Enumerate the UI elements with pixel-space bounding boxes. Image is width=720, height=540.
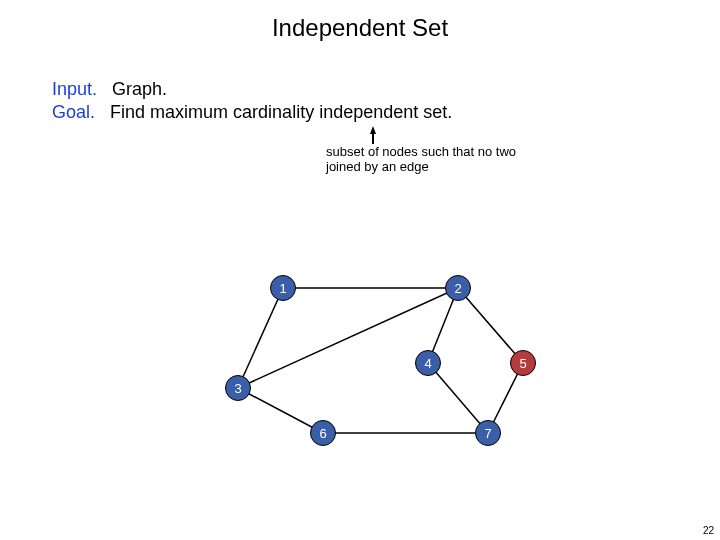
graph-node-7: 7 <box>475 420 501 446</box>
graph-edge <box>238 388 323 433</box>
page-number: 22 <box>703 525 714 536</box>
graph-node-6: 6 <box>310 420 336 446</box>
graph-diagram: 1234567 <box>180 245 580 475</box>
goal-text: Find maximum cardinality independent set… <box>110 102 452 122</box>
annotation-line2: joined by an edge <box>326 160 516 175</box>
input-text: Graph. <box>112 79 167 99</box>
arrow-shaft <box>372 134 374 144</box>
input-label: Input. <box>52 79 97 99</box>
graph-node-2: 2 <box>445 275 471 301</box>
graph-node-1: 1 <box>270 275 296 301</box>
goal-label: Goal. <box>52 102 95 122</box>
annotation-text: subset of nodes such that no two joined … <box>326 145 516 175</box>
slide-title: Independent Set <box>0 14 720 42</box>
graph-node-3: 3 <box>225 375 251 401</box>
problem-statement: Input. Graph. Goal. Find maximum cardina… <box>52 78 452 123</box>
annotation-line1: subset of nodes such that no two <box>326 145 516 160</box>
graph-node-4: 4 <box>415 350 441 376</box>
graph-edge <box>458 288 523 363</box>
graph-node-5: 5 <box>510 350 536 376</box>
arrow-up-icon <box>370 126 376 134</box>
graph-edge <box>238 288 283 388</box>
